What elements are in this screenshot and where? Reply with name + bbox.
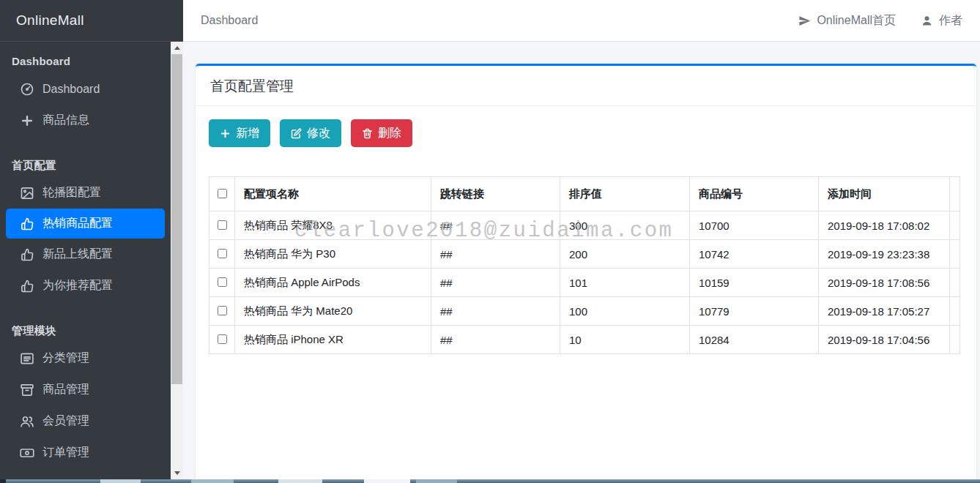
sidebar-item-dashboard[interactable]: Dashboard: [0, 73, 171, 105]
thumbs-up-icon: [20, 247, 34, 262]
cell-created-at: 2019-09-18 17:08:02: [819, 211, 950, 240]
sidebar-item-label: 商品信息: [42, 113, 89, 128]
sidebar-item-order-management[interactable]: 订单管理: [0, 437, 171, 468]
cell-empty: [950, 297, 960, 326]
thumbs-up-icon: [20, 279, 34, 293]
delete-button[interactable]: 删除: [351, 119, 412, 147]
select-all-checkbox[interactable]: [218, 189, 227, 198]
home-link[interactable]: OnlineMall首页: [798, 13, 896, 29]
sidebar-item-hot-products-config[interactable]: 热销商品配置: [6, 209, 165, 239]
sidebar-item-label: 分类管理: [42, 351, 89, 366]
archive-icon: [20, 383, 34, 397]
cell-empty: [950, 240, 960, 269]
card-header: 首页配置管理: [196, 66, 976, 106]
sidebar-item-label: 订单管理: [42, 445, 89, 460]
row-checkbox[interactable]: [218, 277, 227, 287]
sidebar-item-category-management[interactable]: 分类管理: [0, 342, 171, 374]
cell-created-at: 2019-09-18 17:05:27: [819, 297, 950, 326]
scrollbar-thumb[interactable]: [171, 54, 182, 384]
nav-section-header: 首页配置: [12, 160, 171, 171]
arrow-down-icon: [174, 471, 180, 475]
page-title: 首页配置管理: [210, 77, 962, 96]
cell-product-id: 10779: [690, 297, 819, 326]
breadcrumb: Dashboard: [201, 14, 258, 27]
column-header-sort: 排序值: [560, 177, 690, 211]
edit-button[interactable]: 修改: [280, 119, 341, 147]
sidebar: OnlineMall Dashboard Dashboard 商品信息 首页配置…: [0, 0, 183, 479]
sidebar-item-product-info[interactable]: 商品信息: [0, 105, 171, 136]
add-button-label: 新增: [236, 126, 259, 141]
sidebar-item-label: 轮播图配置: [42, 185, 101, 201]
row-checkbox[interactable]: [218, 220, 227, 230]
taskbar-strip: [0, 479, 980, 483]
home-link-label: OnlineMall首页: [817, 13, 896, 29]
cell-empty: [950, 211, 960, 240]
list-icon: [20, 351, 34, 366]
add-button[interactable]: 新增: [209, 119, 270, 147]
table-header-row: 配置项名称 跳转链接 排序值 商品编号 添加时间: [209, 177, 960, 211]
image-icon: [20, 186, 34, 201]
nav-section-home-config: 首页配置 轮播图配置 热销商品配置 新品上线配置 为你推荐配置: [0, 160, 171, 302]
trash-icon: [362, 128, 373, 139]
table-row[interactable]: 热销商品 华为 Mate20 ## 100 10779 2019-09-18 1…: [209, 297, 960, 326]
sidebar-item-product-management[interactable]: 商品管理: [0, 374, 171, 405]
taskbar-segment: [191, 479, 234, 483]
sidebar-item-label: 会员管理: [42, 413, 89, 429]
row-checkbox[interactable]: [218, 334, 227, 344]
cell-sort: 10: [560, 326, 690, 354]
taskbar-segment: [0, 479, 6, 483]
row-checkbox[interactable]: [218, 249, 227, 258]
card-body: 新增 修改 删除: [196, 106, 976, 367]
nav-section-header: 管理模块: [12, 325, 171, 337]
cell-sort: 101: [560, 269, 690, 297]
column-header-product-id: 商品编号: [690, 177, 819, 211]
sidebar-scrollbar[interactable]: [171, 42, 183, 479]
nav-section-management: 管理模块 分类管理 商品管理 会员管理 订单管理: [0, 325, 171, 468]
cell-name: 热销商品 iPhone XR: [235, 326, 431, 354]
sidebar-item-label: 商品管理: [42, 382, 89, 397]
sidebar-item-member-management[interactable]: 会员管理: [0, 405, 171, 437]
cell-product-id: 10159: [690, 269, 819, 297]
cell-empty: [950, 326, 960, 354]
cell-link: ##: [431, 297, 560, 326]
cell-link: ##: [431, 326, 560, 354]
sidebar-item-label: 为你推荐配置: [42, 278, 113, 293]
sidebar-item-carousel-config[interactable]: 轮播图配置: [0, 177, 171, 209]
tachometer-icon: [20, 82, 34, 97]
sidebar-item-label: Dashboard: [42, 83, 100, 96]
delete-button-label: 删除: [378, 126, 401, 141]
top-navbar: Dashboard OnlineMall首页 作者: [183, 0, 980, 42]
edit-button-label: 修改: [307, 126, 330, 141]
table-row[interactable]: 热销商品 iPhone XR ## 10 10284 2019-09-18 17…: [209, 326, 960, 354]
cell-created-at: 2019-09-18 17:04:56: [819, 326, 950, 354]
toolbar: 新增 修改 删除: [209, 119, 963, 147]
table-row[interactable]: 热销商品 荣耀8X8 ## 300 10700 2019-09-18 17:08…: [209, 211, 960, 240]
table-row[interactable]: 热销商品 华为 P30 ## 200 10742 2019-09-19 23:2…: [209, 240, 960, 269]
config-table: 配置项名称 跳转链接 排序值 商品编号 添加时间: [209, 176, 960, 354]
plus-icon: [220, 128, 231, 139]
scrollbar-down-button[interactable]: [171, 467, 183, 479]
scrollbar-up-button[interactable]: [171, 42, 183, 54]
sidebar-nav: Dashboard Dashboard 商品信息 首页配置 轮播图配置: [0, 42, 171, 468]
sidebar-item-recommend-config[interactable]: 为你推荐配置: [0, 270, 171, 302]
table-row[interactable]: 热销商品 Apple AirPods ## 101 10159 2019-09-…: [209, 269, 960, 297]
taskbar-segment: [100, 479, 141, 483]
money-icon: [20, 446, 34, 460]
sidebar-item-new-products-config[interactable]: 新品上线配置: [0, 239, 171, 270]
edit-icon: [291, 128, 302, 139]
nav-section-header: Dashboard: [12, 56, 171, 67]
author-link[interactable]: 作者: [921, 13, 962, 29]
brand-title[interactable]: OnlineMall: [0, 0, 183, 42]
sidebar-item-label: 热销商品配置: [42, 216, 113, 231]
cell-empty: [950, 269, 960, 297]
row-checkbox[interactable]: [218, 306, 227, 315]
cell-name: 热销商品 华为 Mate20: [235, 297, 431, 326]
taskbar-segment: [364, 479, 410, 483]
sidebar-item-label: 新品上线配置: [42, 247, 113, 262]
cell-name: 热销商品 荣耀8X8: [235, 211, 431, 240]
column-header-link: 跳转链接: [431, 177, 560, 211]
config-table-wrap: 配置项名称 跳转链接 排序值 商品编号 添加时间: [209, 176, 963, 354]
main-area: Dashboard OnlineMall首页 作者 首页配置管理: [183, 0, 980, 479]
nav-section-dashboard: Dashboard Dashboard 商品信息: [0, 56, 171, 136]
taskbar-segment: [278, 479, 322, 483]
